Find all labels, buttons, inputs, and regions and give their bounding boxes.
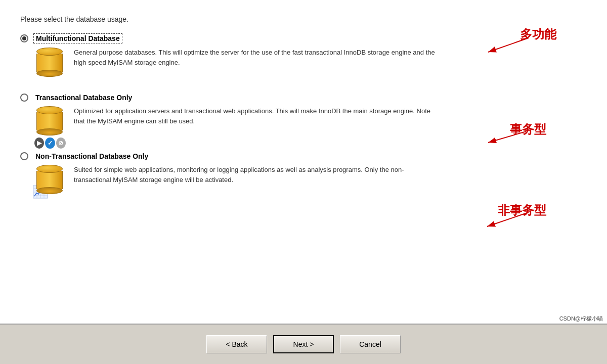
option-label-transactional: Transactional Database Only — [33, 93, 134, 102]
option-label-non-transactional: Non-Transactional Database Only — [33, 152, 150, 161]
watermark: CSDN@柠檬小喵 — [559, 315, 603, 323]
cancel-button[interactable]: Cancel — [340, 335, 401, 353]
radio-non-transactional[interactable] — [20, 152, 28, 160]
icon-play: ▶ — [34, 138, 44, 149]
option-multifunctional: Multifunctional Database General purpose… — [20, 33, 587, 83]
db-icon-transactional: ▶ ✓ ⊘ — [33, 106, 66, 142]
db-icon-multifunctional — [33, 48, 66, 83]
svg-line-5 — [487, 212, 529, 226]
option-label-multifunctional: Multifunctional Database — [33, 33, 122, 43]
main-content: Please select the database usage. 多功能 Mu… — [0, 0, 607, 324]
option-non-transactional: Non-Transactional Database Only — [20, 152, 587, 200]
instruction-text: Please select the database usage. — [20, 15, 587, 23]
db-icon-non-transactional — [33, 165, 66, 200]
radio-transactional[interactable] — [20, 94, 28, 102]
back-button[interactable]: < Back — [206, 335, 267, 353]
radio-multifunctional[interactable] — [20, 34, 28, 42]
option-desc-multifunctional: General purpose databases. This will opt… — [74, 48, 438, 67]
annotation-non-transactional: 非事务型 — [498, 202, 546, 218]
icon-check: ✓ — [45, 138, 55, 149]
option-desc-transactional: Optimized for application servers and tr… — [74, 106, 438, 126]
option-desc-non-transactional: Suited for simple web applications, moni… — [74, 165, 438, 185]
arrow-non-transactional — [478, 202, 559, 233]
option-transactional: Transactional Database Only ▶ ✓ ⊘ Optimi… — [20, 93, 587, 142]
footer: < Back Next > Cancel — [0, 324, 607, 364]
next-button[interactable]: Next > — [273, 335, 334, 353]
icon-no: ⊘ — [56, 138, 66, 149]
